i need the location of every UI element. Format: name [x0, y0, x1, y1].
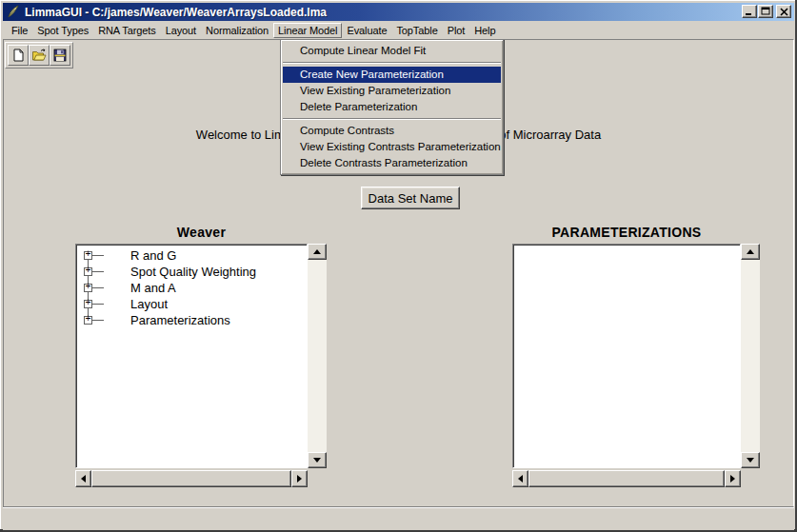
- window-border-left: [0, 0, 1, 532]
- tree-item-label: Spot Quality Weighting: [130, 265, 256, 279]
- scrollbar-trough[interactable]: [741, 260, 760, 452]
- expand-plus-icon[interactable]: +: [84, 251, 92, 260]
- menu-plot[interactable]: Plot: [443, 23, 470, 38]
- weaver-tree-listbox[interactable]: + R and G + Spot Quality Weighting + M a…: [75, 244, 308, 468]
- arrow-right-icon: [297, 475, 302, 483]
- tree-item-label: Layout: [130, 297, 168, 311]
- scroll-up-button[interactable]: [741, 244, 760, 260]
- scroll-right-button[interactable]: [291, 470, 308, 487]
- new-file-button[interactable]: [8, 45, 29, 66]
- scroll-right-button[interactable]: [725, 470, 741, 487]
- right-vertical-scrollbar[interactable]: [741, 244, 760, 468]
- arrow-right-icon: [730, 475, 735, 483]
- window-controls: [742, 5, 791, 18]
- save-floppy-icon: [52, 48, 68, 63]
- tree-item-label: R and G: [130, 248, 176, 263]
- tree-branch-line: [92, 287, 104, 288]
- save-file-button[interactable]: [50, 45, 70, 66]
- left-horizontal-scrollbar[interactable]: [75, 470, 308, 487]
- menu-item-delete-contrasts-parameterization[interactable]: Delete Contrasts Parameterization: [283, 155, 501, 171]
- tree-item-layout[interactable]: + Layout: [76, 296, 307, 312]
- right-horizontal-scrollbar[interactable]: [512, 470, 741, 487]
- menu-item-create-new-parameterization[interactable]: Create New Parameterization: [283, 67, 501, 83]
- tree-item-m-and-a[interactable]: + M and A: [76, 280, 307, 296]
- scroll-down-button[interactable]: [741, 452, 760, 468]
- minimize-button[interactable]: [742, 5, 757, 18]
- tk-feather-icon: [6, 5, 21, 19]
- maximize-icon: [761, 7, 770, 16]
- tree-item-spot-quality-weighting[interactable]: + Spot Quality Weighting: [76, 264, 307, 280]
- expand-plus-icon[interactable]: +: [84, 300, 92, 308]
- scroll-left-button[interactable]: [75, 470, 91, 487]
- menu-bar: File Spot Types RNA Targets Layout Norma…: [3, 21, 794, 39]
- left-panel-title: Weaver: [75, 225, 328, 240]
- menu-spot-types[interactable]: Spot Types: [32, 23, 93, 38]
- expand-plus-icon[interactable]: +: [84, 267, 92, 276]
- tree-item-r-and-g[interactable]: + R and G: [76, 247, 307, 264]
- expand-plus-icon[interactable]: +: [84, 316, 92, 325]
- linear-model-dropdown: Compute Linear Model Fit Create New Para…: [280, 39, 504, 175]
- scrollbar-thumb[interactable]: [91, 470, 291, 487]
- menu-evaluate[interactable]: Evaluate: [342, 23, 391, 38]
- scroll-down-button[interactable]: [308, 452, 327, 468]
- left-vertical-scrollbar[interactable]: [308, 244, 327, 468]
- open-folder-icon: [31, 48, 47, 63]
- menu-file[interactable]: File: [7, 23, 32, 38]
- toolbar: [5, 42, 73, 69]
- menu-help[interactable]: Help: [469, 23, 500, 38]
- tree-branch-line: [92, 271, 104, 272]
- scroll-up-button[interactable]: [308, 244, 327, 260]
- tree-branch-line: [92, 320, 104, 321]
- right-panel-title: PARAMETERIZATIONS: [512, 225, 741, 240]
- menu-separator: [283, 118, 501, 120]
- bottom-strip: [3, 507, 794, 530]
- tree-branch-line: [92, 255, 104, 256]
- tree-item-parameterizations[interactable]: + Parameterizations: [76, 312, 307, 328]
- parameterizations-listbox[interactable]: [512, 244, 741, 468]
- arrow-down-icon: [747, 458, 754, 463]
- menu-item-compute-linear-model-fit[interactable]: Compute Linear Model Fit: [283, 43, 501, 59]
- window-border-top: [0, 0, 797, 1]
- close-button[interactable]: [776, 5, 791, 18]
- tree-item-label: M and A: [130, 281, 176, 295]
- arrow-up-icon: [313, 249, 321, 254]
- menu-toptable[interactable]: TopTable: [391, 23, 442, 38]
- scroll-left-button[interactable]: [512, 470, 528, 487]
- menu-item-compute-contrasts[interactable]: Compute Contrasts: [283, 123, 501, 139]
- new-file-icon: [10, 48, 26, 63]
- menu-separator: [283, 62, 501, 64]
- open-file-button[interactable]: [29, 45, 50, 66]
- menu-item-view-existing-parameterization[interactable]: View Existing Parameterization: [283, 83, 501, 99]
- arrow-down-icon: [313, 458, 321, 463]
- expand-plus-icon[interactable]: +: [84, 284, 92, 292]
- scrollbar-thumb[interactable]: [528, 470, 725, 487]
- tree-item-label: Parameterizations: [130, 313, 230, 327]
- scrollbar-trough[interactable]: [308, 260, 327, 452]
- menu-linear-model[interactable]: Linear Model: [273, 23, 342, 38]
- data-set-name-button[interactable]: Data Set Name: [361, 187, 460, 209]
- title-bar[interactable]: LimmaGUI - C:/james/Weaver/WeaverArraysL…: [3, 3, 794, 21]
- menu-item-view-existing-contrasts-parameterization[interactable]: View Existing Contrasts Parameterization: [283, 139, 501, 155]
- window-title: LimmaGUI - C:/james/Weaver/WeaverArraysL…: [25, 6, 327, 19]
- menu-normalization[interactable]: Normalization: [201, 23, 273, 38]
- arrow-left-icon: [518, 475, 523, 483]
- tree-branch-line: [92, 304, 104, 305]
- close-icon: [780, 8, 788, 16]
- maximize-button[interactable]: [758, 5, 773, 18]
- menu-rna-targets[interactable]: RNA Targets: [93, 23, 160, 38]
- menu-item-delete-parameterization[interactable]: Delete Parameterization: [283, 99, 501, 115]
- minimize-icon: [745, 7, 754, 16]
- menu-layout[interactable]: Layout: [161, 23, 201, 38]
- arrow-up-icon: [747, 249, 754, 254]
- arrow-left-icon: [81, 475, 86, 483]
